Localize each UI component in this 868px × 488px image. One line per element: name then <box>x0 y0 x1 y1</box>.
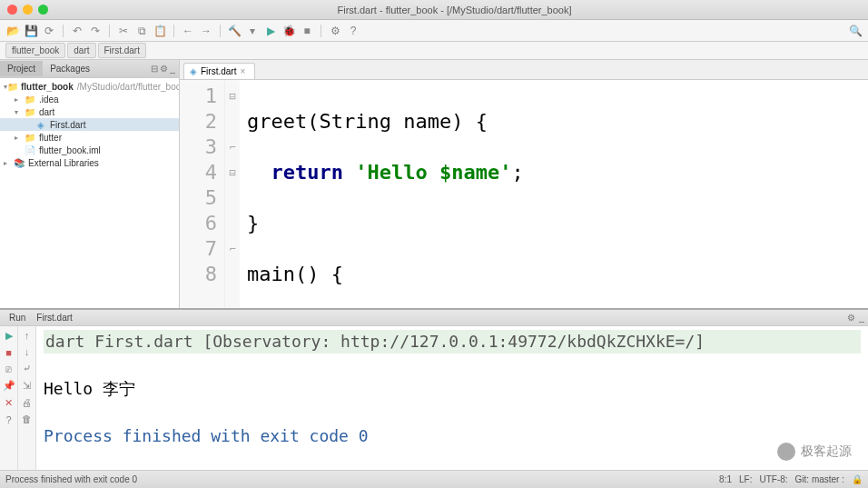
code-editor[interactable]: 1 2 3 4 5 6 7 8 ⊟⌐⊟⌐ greet(String name) … <box>180 80 868 308</box>
fold-gutter[interactable]: ⊟⌐⊟⌐ <box>225 80 240 308</box>
help-icon[interactable]: ? <box>5 414 11 425</box>
up-icon[interactable]: ↑ <box>25 330 30 341</box>
watermark-icon <box>777 443 795 461</box>
separator <box>173 25 174 37</box>
cut-icon[interactable]: ✂ <box>116 24 131 38</box>
breadcrumb-folder[interactable]: dart <box>67 43 95 58</box>
line-gutter: 1 2 3 4 5 6 7 8 <box>180 80 225 308</box>
run-side-toolbar: ▶ ■ ⎚ 📌 ✕ ? <box>0 326 18 470</box>
traffic-lights <box>7 5 48 15</box>
collapse-icon[interactable]: ⊟ <box>151 64 158 74</box>
editor-tab-first-dart[interactable]: ◈ First.dart × <box>183 63 255 79</box>
run-icon[interactable]: ▶ <box>263 24 278 38</box>
hide-icon[interactable]: ⎯ <box>170 64 175 74</box>
maximize-window-icon[interactable] <box>38 5 48 15</box>
project-tool-window: Project Packages ⊟ ⚙ ⎯ ▾📁 flutter_book /… <box>0 60 180 308</box>
editor-area: ◈ First.dart × 1 2 3 4 5 6 7 8 ⊟⌐⊟⌐ gree… <box>180 60 868 308</box>
minimize-window-icon[interactable] <box>23 5 33 15</box>
search-icon[interactable]: 🔍 <box>848 24 863 38</box>
separator <box>109 25 110 37</box>
settings-icon[interactable]: ⚙ <box>328 24 342 38</box>
run-header: Run First.dart ⚙ ⎯ <box>0 310 868 326</box>
tree-first-dart[interactable]: ◈First.dart <box>0 118 179 131</box>
editor-tabs: ◈ First.dart × <box>180 60 868 80</box>
copy-icon[interactable]: ⧉ <box>134 24 149 38</box>
project-tree[interactable]: ▾📁 flutter_book /MyStudio/dart/flutter_b… <box>0 78 179 308</box>
stop-icon[interactable]: ■ <box>300 24 314 38</box>
paste-icon[interactable]: 📋 <box>153 24 167 38</box>
pin-icon[interactable]: 📌 <box>3 380 15 392</box>
file-encoding[interactable]: UTF-8: <box>759 474 787 484</box>
run-output-line: Hello 李宁 <box>44 377 861 401</box>
tree-root[interactable]: ▾📁 flutter_book /MyStudio/dart/flutter_b… <box>0 80 179 93</box>
open-icon[interactable]: 📂 <box>5 24 20 38</box>
separator <box>220 25 221 37</box>
editor-tab-label: First.dart <box>201 66 236 76</box>
project-tab[interactable]: Project <box>0 61 43 76</box>
tree-external-libs[interactable]: ▸📚External Libraries <box>0 156 179 169</box>
back-icon[interactable]: ← <box>181 24 195 38</box>
status-bar: Process finished with exit code 0 8:1 LF… <box>0 470 868 488</box>
refresh-icon[interactable]: ⟳ <box>42 24 56 38</box>
watermark-text: 极客起源 <box>801 443 852 460</box>
tree-root-path: /MyStudio/dart/flutter_book <box>77 82 179 92</box>
clear-icon[interactable]: 🗑 <box>22 413 32 424</box>
filter-icon[interactable]: ⎚ <box>5 364 12 374</box>
settings-icon[interactable]: ⚙ <box>847 313 855 323</box>
watermark: 极客起源 <box>777 443 852 461</box>
build-icon[interactable]: 🔨 <box>227 24 242 38</box>
code-lines[interactable]: greet(String name) { return 'Hello $name… <box>240 80 868 308</box>
git-branch[interactable]: Git: master : <box>795 474 844 484</box>
print-icon[interactable]: 🖨 <box>22 397 32 408</box>
line-separator[interactable]: LF: <box>739 474 752 484</box>
undo-icon[interactable]: ↶ <box>70 24 84 38</box>
run-tool-window: Run First.dart ⚙ ⎯ ▶ ■ ⎚ 📌 ✕ ? ↑ ↓ ⤶ ⇲ 🖨… <box>0 308 868 470</box>
close-window-icon[interactable] <box>7 5 17 15</box>
stop-icon[interactable]: ■ <box>5 347 12 358</box>
tree-idea[interactable]: ▸📁.idea <box>0 93 179 105</box>
window-title: First.dart - flutter_book - [/MyStudio/d… <box>48 5 861 15</box>
run-finished-line: Process finished with exit code 0 <box>44 424 861 448</box>
window-titlebar: First.dart - flutter_book - [/MyStudio/d… <box>0 0 868 20</box>
debug-icon[interactable]: 🐞 <box>281 24 296 38</box>
redo-icon[interactable]: ↷ <box>88 24 103 38</box>
save-icon[interactable]: 💾 <box>24 24 38 38</box>
run-tab-label[interactable]: Run <box>4 313 31 323</box>
hide-icon[interactable]: ⎯ <box>859 313 864 323</box>
run-config-label[interactable]: First.dart <box>31 313 77 323</box>
main-toolbar: 📂 💾 ⟳ ↶ ↷ ✂ ⧉ 📋 ← → 🔨 ▾ ▶ 🐞 ■ ⚙ ? 🔍 <box>0 20 868 42</box>
softwrap-icon[interactable]: ⤶ <box>23 363 31 374</box>
close-tab-icon[interactable]: × <box>240 66 245 76</box>
lock-icon[interactable]: 🔒 <box>852 474 863 484</box>
help-icon[interactable]: ? <box>346 24 360 38</box>
tree-flutter-dir[interactable]: ▸📁flutter <box>0 131 179 144</box>
breadcrumb-file[interactable]: First.dart <box>98 43 146 58</box>
down-icon[interactable]: ↓ <box>25 346 30 357</box>
forward-icon[interactable]: → <box>199 24 213 38</box>
run-command-line: dart First.dart [Observatory: http://127… <box>44 330 861 354</box>
close-icon[interactable]: ✕ <box>5 397 13 409</box>
caret-position[interactable]: 8:1 <box>719 474 732 484</box>
breadcrumb-project[interactable]: flutter_book <box>5 43 65 58</box>
packages-tab[interactable]: Packages <box>43 61 97 76</box>
run-side-toolbar-2: ↑ ↓ ⤶ ⇲ 🖨 🗑 <box>18 326 36 470</box>
breadcrumb-bar: flutter_book dart First.dart <box>0 42 868 60</box>
separator <box>63 25 64 37</box>
tree-iml[interactable]: 📄flutter_book.iml <box>0 144 179 156</box>
rerun-icon[interactable]: ▶ <box>5 330 13 342</box>
run-output[interactable]: dart First.dart [Observatory: http://127… <box>36 326 868 470</box>
settings-icon[interactable]: ⚙ <box>160 64 168 74</box>
project-tabs: Project Packages ⊟ ⚙ ⎯ <box>0 60 179 78</box>
tree-root-label: flutter_book <box>21 82 74 92</box>
tree-dart-dir[interactable]: ▾📁dart <box>0 105 179 118</box>
scroll-icon[interactable]: ⇲ <box>23 380 31 392</box>
status-message: Process finished with exit code 0 <box>5 474 137 484</box>
separator <box>321 25 321 37</box>
run-config-icon[interactable]: ▾ <box>245 24 260 38</box>
dart-file-icon: ◈ <box>190 66 197 76</box>
